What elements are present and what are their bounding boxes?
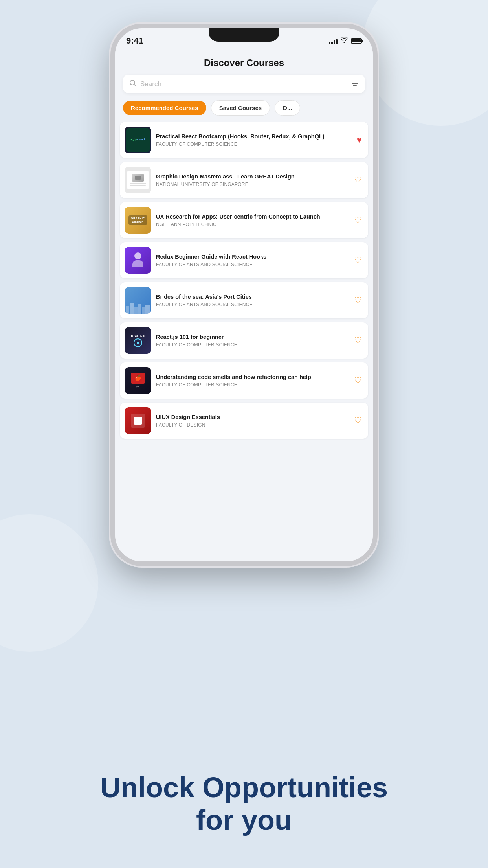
list-item[interactable]: UIUX Design Essentials Faculty of Design… (120, 403, 368, 439)
course-faculty: NATIONAL UNIVERSITY OF SINGAPORE (156, 182, 348, 187)
course-info: Redux Beginner Guide with React Hooks Fa… (156, 253, 348, 268)
course-thumbnail: BASICS (125, 327, 151, 354)
course-thumbnail (125, 167, 151, 193)
signal-icon (329, 38, 338, 44)
tagline-line2: for you (196, 804, 292, 836)
course-title: UIUX Design Essentials (156, 414, 348, 421)
course-faculty: Faculty of Computer Science (156, 142, 350, 147)
course-thumbnail (125, 247, 151, 274)
course-title: Understanding code smells and how refact… (156, 373, 348, 381)
tab-bar: Recommended Courses Saved Courses D... (115, 100, 373, 116)
list-item[interactable]: </>const Practical React Bootcamp (Hooks… (120, 122, 368, 158)
list-item[interactable]: Brides of the sea: Asia's Port Cities Fa… (120, 282, 368, 318)
course-thumbnail: 🍎 to (125, 367, 151, 394)
course-title: Practical React Bootcamp (Hooks, Router,… (156, 133, 350, 140)
course-info: UX Research for Apps: User-centric from … (156, 213, 348, 228)
tagline-line1: Unlock Opportunities (100, 772, 388, 803)
screen: Discover Courses Search Recommend (115, 50, 373, 561)
tagline: Unlock Opportunities for you (0, 771, 488, 837)
course-faculty: Faculty of Design (156, 422, 348, 428)
wifi-icon (341, 37, 348, 44)
course-thumbnail: GRAPHICDESIGN (125, 207, 151, 234)
tab-recommended[interactable]: Recommended Courses (123, 101, 206, 115)
list-item[interactable]: BASICS React.js 101 for beginner Faculty… (120, 322, 368, 359)
course-title: UX Research for Apps: User-centric from … (156, 213, 348, 221)
search-icon (129, 79, 136, 88)
status-icons (329, 37, 362, 44)
heart-button[interactable]: ♡ (352, 173, 363, 187)
svg-point-0 (130, 80, 135, 85)
heart-button[interactable]: ♡ (352, 374, 363, 387)
course-info: Understanding code smells and how refact… (156, 373, 348, 388)
heart-button[interactable]: ♥ (355, 133, 363, 147)
filter-icon[interactable] (351, 80, 359, 88)
heart-button[interactable]: ♡ (352, 414, 363, 427)
course-faculty: Ngee Ann Polytechnic (156, 222, 348, 227)
course-info: UIUX Design Essentials Faculty of Design (156, 414, 348, 428)
course-info: Practical React Bootcamp (Hooks, Router,… (156, 133, 350, 147)
heart-button[interactable]: ♡ (352, 334, 363, 347)
list-item[interactable]: GRAPHICDESIGN UX Research for Apps: User… (120, 202, 368, 238)
course-thumbnail (125, 287, 151, 314)
course-info: Graphic Design Masterclass - Learn GREAT… (156, 173, 348, 188)
course-list: </>const Practical React Bootcamp (Hooks… (115, 122, 373, 561)
screen-title: Discover Courses (115, 50, 373, 75)
tab-other[interactable]: D... (275, 100, 300, 116)
course-title: React.js 101 for beginner (156, 333, 348, 341)
bg-circle-bottom (0, 514, 98, 652)
svg-line-1 (134, 85, 136, 86)
heart-button[interactable]: ♡ (352, 213, 363, 227)
battery-icon (351, 38, 362, 44)
course-title: Graphic Design Masterclass - Learn GREAT… (156, 173, 348, 180)
course-thumbnail (125, 407, 151, 434)
heart-button[interactable]: ♡ (352, 254, 363, 267)
status-time: 9:41 (126, 36, 143, 46)
course-info: React.js 101 for beginner Faculty of Com… (156, 333, 348, 348)
list-item[interactable]: Redux Beginner Guide with React Hooks Fa… (120, 242, 368, 278)
list-item[interactable]: Graphic Design Masterclass - Learn GREAT… (120, 162, 368, 198)
course-thumbnail: </>const (125, 127, 151, 153)
course-faculty: Faculty of Arts and Social Science (156, 262, 348, 267)
bg-circle-top (362, 0, 488, 126)
course-faculty: Faculty of Computer Science (156, 342, 348, 348)
course-faculty: Faculty of Arts and Social Science (156, 302, 348, 307)
tab-saved[interactable]: Saved Courses (211, 100, 270, 116)
list-item[interactable]: 🍎 to Understanding code smells and how r… (120, 362, 368, 399)
heart-button[interactable]: ♡ (352, 294, 363, 307)
phone-frame: 9:41 Discover Courses (110, 24, 378, 566)
search-input[interactable]: Search (140, 80, 347, 88)
notch (209, 28, 279, 42)
course-title: Brides of the sea: Asia's Port Cities (156, 293, 348, 301)
course-title: Redux Beginner Guide with React Hooks (156, 253, 348, 261)
course-info: Brides of the sea: Asia's Port Cities Fa… (156, 293, 348, 308)
search-bar[interactable]: Search (123, 75, 365, 93)
course-faculty: Faculty of Computer Science (156, 382, 348, 388)
